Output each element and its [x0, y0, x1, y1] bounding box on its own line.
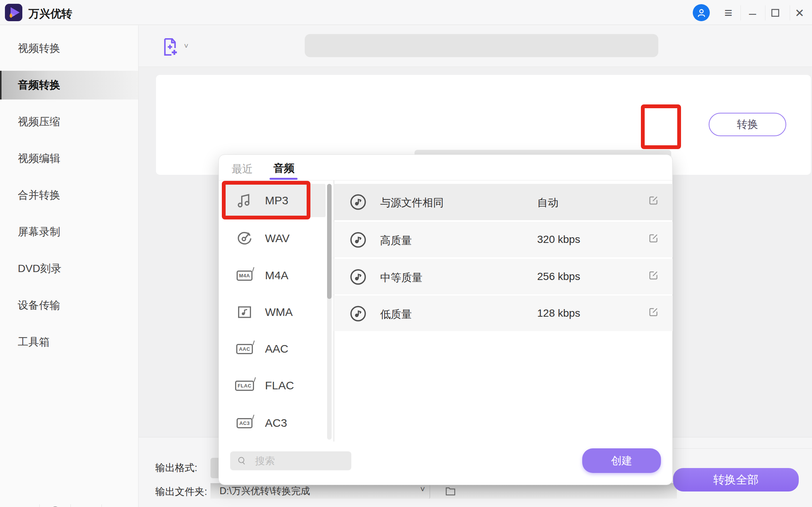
sidebar-item-audio-convert[interactable]: 音频转换: [0, 71, 138, 100]
edit-icon: [648, 233, 659, 244]
disc-note-icon: [349, 268, 367, 288]
divider: [70, 504, 71, 507]
edit-quality-button[interactable]: [648, 307, 659, 319]
divider: [219, 180, 672, 180]
output-format-label: 输出格式:: [155, 461, 197, 474]
chevron-down-icon[interactable]: ˅: [420, 485, 425, 495]
quality-row-medium[interactable]: 中等质量 256 kbps: [334, 259, 673, 294]
format-label: FLAC: [265, 379, 294, 392]
format-item-flac[interactable]: FLAC FLAC: [223, 369, 326, 402]
sidebar-item-video-edit[interactable]: 视频编辑: [0, 144, 138, 173]
format-label: M4A: [265, 269, 288, 282]
sidebar-item-label: 视频转换: [18, 41, 60, 56]
quality-label: 中等质量: [380, 271, 422, 285]
minimize-button[interactable]: –: [746, 6, 759, 20]
output-folder-path: D:\万兴优转\转换完成: [220, 485, 310, 497]
popup-tab-audio[interactable]: 音频: [273, 161, 300, 174]
community-button[interactable]: [77, 504, 95, 507]
flac-badge-icon: FLAC: [234, 376, 255, 395]
quality-row-low[interactable]: 低质量 128 kbps: [334, 295, 673, 331]
app-logo-icon: [5, 3, 23, 22]
format-item-aac[interactable]: AAC AAC: [223, 332, 326, 365]
sidebar-item-label: 音频转换: [18, 78, 60, 92]
hamburger-icon: ≡: [724, 5, 732, 21]
format-label: WAV: [265, 232, 290, 245]
convert-all-button[interactable]: 转换全部: [673, 468, 799, 491]
format-label: WMA: [265, 306, 293, 319]
format-item-wav[interactable]: WAV: [223, 222, 326, 255]
divider: [39, 504, 40, 507]
window-divider: [740, 5, 741, 20]
maximize-icon: [771, 9, 779, 17]
divider: [674, 448, 812, 449]
aac-badge-icon: AAC: [234, 339, 255, 359]
popup-tab-recent[interactable]: 最近: [232, 162, 258, 175]
active-tab-underline: [270, 178, 298, 180]
quality-label: 高质量: [380, 233, 412, 248]
divider: [101, 504, 102, 507]
m4a-badge-icon: M4A: [234, 266, 255, 285]
sidebar-item-label: 屏幕录制: [18, 225, 60, 239]
edit-icon: [648, 307, 659, 317]
convert-button[interactable]: 转换: [709, 113, 786, 136]
sidebar-item-toolbox[interactable]: 工具箱: [0, 328, 138, 356]
window-divider: [790, 5, 790, 20]
sidebar-item-label: 视频压缩: [18, 115, 60, 129]
output-folder-label: 输出文件夹:: [155, 485, 207, 498]
disc-note-icon: [349, 231, 367, 250]
edit-quality-button[interactable]: [648, 195, 659, 207]
app-title: 万兴优转: [28, 6, 72, 22]
format-label: MP3: [265, 194, 288, 207]
quality-value: 自动: [537, 196, 558, 210]
title-bar: 万兴优转 ≡ – ✕: [0, 0, 812, 25]
quality-label: 与源文件相同: [380, 196, 444, 210]
browse-folder-button[interactable]: [442, 485, 459, 498]
sidebar-item-label: 合并转换: [18, 188, 60, 202]
sidebar-item-video-convert[interactable]: 视频转换: [0, 34, 138, 63]
close-button[interactable]: ✕: [793, 6, 806, 20]
edit-icon: [648, 270, 659, 281]
format-list-scrollbar-thumb[interactable]: [327, 184, 332, 299]
ac3-badge-icon: AC3: [234, 413, 255, 433]
sidebar-item-dvd-burn[interactable]: DVD刻录: [0, 254, 138, 283]
guide-button[interactable]: [15, 504, 33, 507]
format-item-wma[interactable]: WMA: [223, 295, 326, 329]
add-file-button[interactable]: [159, 36, 181, 58]
format-label: AAC: [265, 342, 288, 355]
quality-row-high[interactable]: 高质量 320 kbps: [334, 222, 673, 257]
disc-note-icon: [349, 193, 367, 213]
format-item-m4a[interactable]: M4A M4A: [223, 259, 326, 292]
window-divider: [765, 5, 765, 20]
edit-quality-button[interactable]: [648, 270, 659, 282]
search-icon: [237, 456, 247, 466]
person-icon: [696, 7, 707, 19]
format-item-mp3[interactable]: MP3: [223, 184, 326, 217]
help-button[interactable]: ?: [46, 504, 64, 507]
tab-group: [305, 34, 658, 57]
sidebar-item-label: 工具箱: [18, 335, 50, 349]
account-avatar[interactable]: [693, 4, 710, 21]
quality-value: 256 kbps: [537, 271, 580, 283]
square-note-icon: [234, 302, 255, 322]
minimize-icon: –: [749, 6, 756, 20]
edit-quality-button[interactable]: [648, 233, 659, 245]
sidebar-item-device-transfer[interactable]: 设备传输: [0, 291, 138, 320]
sidebar-item-video-compress[interactable]: 视频压缩: [0, 107, 138, 136]
sidebar-item-screen-record[interactable]: 屏幕录制: [0, 218, 138, 246]
chevron-down-icon[interactable]: ˅: [184, 42, 189, 50]
quality-value: 320 kbps: [537, 233, 580, 246]
divider: [139, 67, 812, 67]
search-input[interactable]: 搜索: [230, 451, 351, 470]
quality-row-same-as-source[interactable]: 与源文件相同 自动: [334, 184, 673, 220]
maximize-button[interactable]: [768, 6, 782, 20]
quality-value: 128 kbps: [537, 307, 580, 319]
app-window: 万兴优转 ≡ – ✕ 视频转换 音频转换 视频压缩 视频编辑 合并转换 屏幕录制…: [0, 0, 812, 507]
sidebar-item-label: DVD刻录: [18, 261, 61, 276]
create-button[interactable]: 创建: [582, 448, 661, 473]
sidebar-item-merge-convert[interactable]: 合并转换: [0, 181, 138, 210]
menu-button[interactable]: ≡: [722, 6, 735, 20]
format-label: AC3: [265, 417, 287, 429]
output-folder-select[interactable]: D:\万兴优转\转换完成: [210, 483, 430, 499]
disc-note-icon: [349, 305, 367, 324]
format-item-ac3[interactable]: AC3 AC3: [223, 406, 326, 440]
